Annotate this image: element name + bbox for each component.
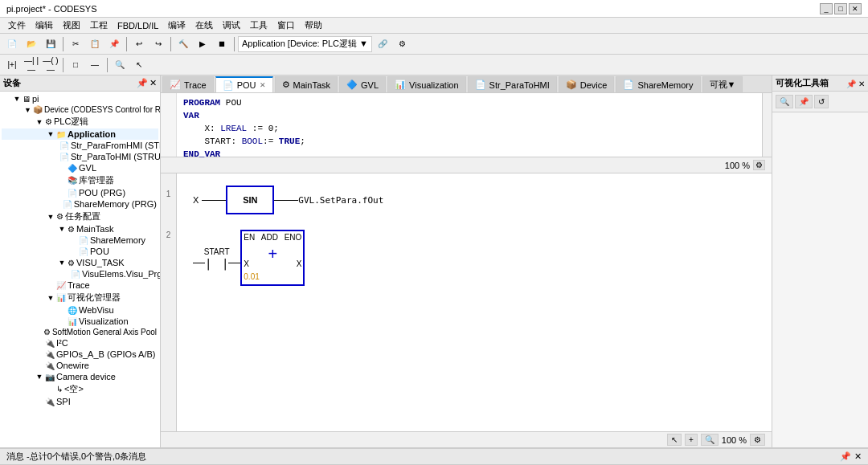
tree-item-camera[interactable]: ▼ 📷 Camera device bbox=[2, 371, 158, 382]
expand-icon[interactable]: ▼ bbox=[35, 118, 43, 126]
diagram-area[interactable]: 1 2 X SIN GVL.SetPara.fOut START bbox=[161, 173, 772, 431]
menu-build[interactable]: 编译 bbox=[163, 18, 190, 33]
undo-button[interactable]: ↩ bbox=[130, 35, 148, 53]
tab-visualization[interactable]: 📊 Visualization bbox=[387, 76, 466, 92]
tree-item-device[interactable]: ▼ 📦 Device (CODESYS Control for Raspberr… bbox=[2, 104, 158, 115]
new-button[interactable]: 📄 bbox=[3, 35, 21, 53]
tree-item-webvisu[interactable]: 🌐 WebVisu bbox=[2, 304, 158, 316]
expand-icon[interactable]: ▼ bbox=[47, 130, 55, 138]
bottom-panel-controls[interactable]: 📌 ✕ bbox=[840, 451, 862, 462]
menu-fbdldil[interactable]: FBD/LD/IL bbox=[113, 19, 163, 32]
stop-button[interactable]: ⏹ bbox=[213, 35, 231, 53]
menu-file[interactable]: 文件 bbox=[3, 18, 31, 33]
app-label[interactable]: Application [Device: PLC逻辑 ▼ bbox=[238, 36, 372, 52]
tree-item-empty[interactable]: ↳ <空> bbox=[2, 382, 158, 396]
wire-button[interactable]: — bbox=[86, 56, 104, 74]
tree-item-pi[interactable]: ▼ 🖥 pi bbox=[2, 93, 158, 104]
coil-button[interactable]: —( )— bbox=[42, 56, 59, 74]
tab-maintask[interactable]: ⚙ MainTask bbox=[275, 76, 338, 92]
code-content[interactable]: PROGRAM POU VAR X: LREAL := 0; START: BO… bbox=[177, 93, 762, 157]
cursor-tool-button[interactable]: ↖ bbox=[667, 434, 682, 446]
expand-icon[interactable]: ▼ bbox=[47, 294, 55, 302]
right-panel-toolbar[interactable]: 🔍 📌 ↺ bbox=[772, 92, 868, 112]
sin-block[interactable]: SIN bbox=[226, 186, 274, 214]
cut-button[interactable]: ✂ bbox=[67, 35, 84, 53]
menu-project[interactable]: 工程 bbox=[85, 18, 113, 33]
tree-item-sharemem[interactable]: 📄 ShareMemory (PRG) bbox=[2, 198, 158, 210]
zoom-in-button[interactable]: 🔍 bbox=[111, 56, 129, 74]
zoom-fit-button[interactable]: 🔍 bbox=[701, 434, 719, 446]
tree-item-pou[interactable]: 📄 POU (PRG) bbox=[2, 187, 158, 198]
menu-help[interactable]: 帮助 bbox=[300, 18, 327, 33]
menu-online[interactable]: 在线 bbox=[190, 18, 218, 33]
settings-button[interactable]: ⚙ bbox=[393, 35, 411, 53]
tree-item-softmotion[interactable]: ⚙ SoftMotion General Axis Pool bbox=[2, 327, 158, 337]
tree-item-sharemem2[interactable]: 📄 ShareMemory bbox=[2, 235, 158, 246]
toolbox-pin2[interactable]: 📌 bbox=[795, 95, 813, 108]
fbd-button[interactable]: |+| bbox=[3, 56, 21, 74]
open-button[interactable]: 📂 bbox=[23, 35, 40, 53]
zoom-in-diagram-button[interactable]: + bbox=[685, 434, 698, 446]
run-button[interactable]: ▶ bbox=[194, 35, 211, 53]
expand-icon[interactable]: ▼ bbox=[47, 213, 55, 221]
connect-button[interactable]: 🔗 bbox=[374, 35, 391, 53]
menu-edit[interactable]: 编辑 bbox=[31, 18, 58, 33]
expand-icon[interactable]: ▼ bbox=[13, 95, 21, 103]
tree-item-gvl[interactable]: 🔷 GVL bbox=[2, 162, 158, 173]
menu-tools[interactable]: 工具 bbox=[245, 18, 272, 33]
panel-header-buttons[interactable]: 📌 ✕ bbox=[137, 78, 157, 88]
menu-view[interactable]: 视图 bbox=[58, 18, 85, 33]
tree-item-str-to[interactable]: 📄 Str_ParaToHMI (STRUCT) bbox=[2, 151, 158, 162]
tree-item-taskconfig[interactable]: ▼ ⚙ 任务配置 bbox=[2, 210, 158, 223]
menu-window[interactable]: 窗口 bbox=[272, 18, 300, 33]
redo-button[interactable]: ↪ bbox=[149, 35, 167, 53]
tab-vistoolbox[interactable]: 可视▼ bbox=[702, 76, 743, 92]
tree-item-pou2[interactable]: 📄 POU bbox=[2, 246, 158, 257]
tree-item-application[interactable]: ▼ 📁 Application bbox=[2, 128, 158, 140]
tab-sharemem[interactable]: 📄 ShareMemory bbox=[616, 76, 700, 92]
right-panel-pin[interactable]: 📌 bbox=[846, 80, 856, 88]
scrollbar-right[interactable] bbox=[762, 93, 772, 157]
minimize-button[interactable]: _ bbox=[820, 3, 833, 14]
toolbox-refresh[interactable]: ↺ bbox=[814, 95, 829, 108]
cursor-button[interactable]: ↖ bbox=[130, 56, 148, 74]
panel-pin-icon[interactable]: 📌 bbox=[137, 78, 148, 88]
tab-gvl[interactable]: 🔷 GVL bbox=[339, 76, 386, 92]
menu-debug[interactable]: 调试 bbox=[218, 18, 245, 33]
right-panel-controls[interactable]: 📌 ✕ bbox=[846, 79, 865, 88]
diagram-zoom-settings[interactable]: ⚙ bbox=[750, 434, 765, 446]
title-bar-buttons[interactable]: _ □ ✕ bbox=[820, 3, 862, 14]
close-button[interactable]: ✕ bbox=[849, 3, 862, 14]
expand-icon[interactable]: ▼ bbox=[58, 259, 66, 267]
tree-item-libmgr[interactable]: 📚 库管理器 bbox=[2, 173, 158, 187]
maximize-button[interactable]: □ bbox=[834, 3, 847, 14]
tab-device[interactable]: 📦 Device bbox=[559, 76, 615, 92]
tree-item-spi[interactable]: 🔌 SPI bbox=[2, 396, 158, 407]
panel-close-icon[interactable]: ✕ bbox=[149, 78, 157, 88]
tree-item-plc[interactable]: ▼ ⚙ PLC逻辑 bbox=[2, 115, 158, 128]
code-zoom-button[interactable]: ⚙ bbox=[753, 160, 765, 170]
tab-str-param[interactable]: 📄 Str_ParaToHMI bbox=[468, 76, 557, 92]
expand-icon[interactable]: ▼ bbox=[35, 373, 43, 381]
bottom-close-icon[interactable]: ✕ bbox=[854, 451, 862, 462]
tab-pou[interactable]: 📄 POU ✕ bbox=[215, 76, 273, 92]
tree-item-onewire[interactable]: 🔌 Onewire bbox=[2, 360, 158, 371]
build-button[interactable]: 🔨 bbox=[174, 35, 192, 53]
toolbox-search[interactable]: 🔍 bbox=[776, 95, 793, 108]
tree-item-visuprg[interactable]: 📄 VisuElems.Visu_Prg bbox=[2, 268, 158, 279]
tree-item-vismgr[interactable]: ▼ 📊 可视化管理器 bbox=[2, 291, 158, 304]
tree-item-visutask[interactable]: ▼ ⚙ VISU_TASK bbox=[2, 257, 158, 268]
box-button[interactable]: □ bbox=[67, 56, 84, 74]
tree-item-gpio[interactable]: 🔌 GPIOs_A_B (GPIOs A/B) bbox=[2, 349, 158, 360]
tree-item-visualization[interactable]: 📊 Visualization bbox=[2, 316, 158, 327]
tree-item-str-from[interactable]: 📄 Str_ParaFromHMI (STRUCT) bbox=[2, 140, 158, 151]
tab-trace[interactable]: 📈 Trace bbox=[162, 76, 214, 92]
expand-icon[interactable]: ▼ bbox=[58, 225, 66, 233]
bottom-pin-icon[interactable]: 📌 bbox=[840, 451, 851, 462]
save-button[interactable]: 💾 bbox=[42, 35, 59, 53]
right-panel-close[interactable]: ✕ bbox=[858, 80, 865, 88]
tab-pou-close[interactable]: ✕ bbox=[260, 81, 266, 89]
project-tree[interactable]: ▼ 🖥 pi ▼ 📦 Device (CODESYS Control for R… bbox=[0, 92, 160, 447]
tree-item-trace[interactable]: 📈 Trace bbox=[2, 279, 158, 291]
copy-button[interactable]: 📋 bbox=[86, 35, 104, 53]
